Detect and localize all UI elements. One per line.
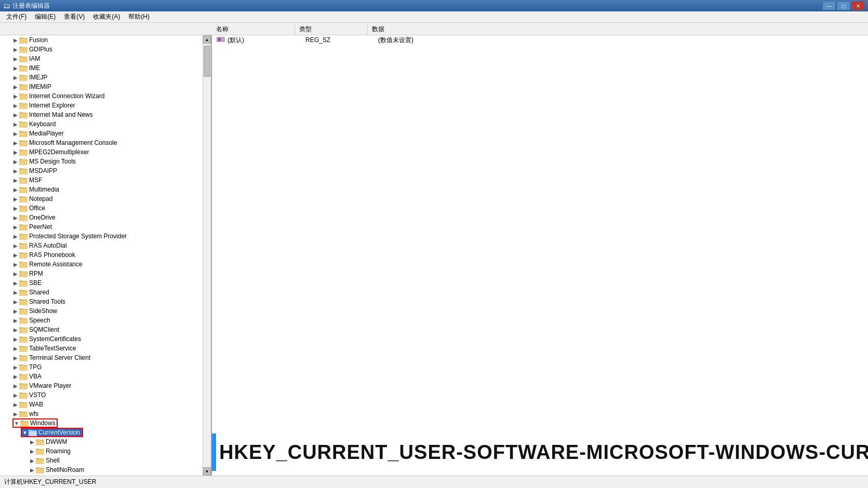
svg-rect-94 [19, 329, 28, 333]
svg-rect-32 [19, 131, 23, 132]
tree-item-mpeg2[interactable]: ▶ MPEG2Demultiplexer [0, 147, 211, 157]
tree-item-wab[interactable]: ▶ WAB [0, 400, 211, 409]
menu-help[interactable]: 帮助(H) [124, 11, 154, 22]
restore-button[interactable]: ◻ [837, 1, 850, 10]
expand-arrow: ▶ [12, 242, 19, 249]
tree-item-vba[interactable]: ▶ VBA [0, 372, 211, 381]
tree-item-label: GDIPlus [29, 46, 52, 53]
folder-open-icon [20, 419, 29, 427]
tree-item-fusion[interactable]: ▶ Fusion [0, 35, 211, 45]
tree-item-vmwareplayer[interactable]: ▶ VMware Player [0, 381, 211, 390]
tree-item-ime[interactable]: ▶ IME [0, 63, 211, 73]
close-button[interactable]: ✕ [851, 1, 865, 10]
svg-rect-125 [20, 421, 24, 422]
scrollbar-thumb[interactable] [204, 46, 210, 77]
expand-arrow: ▶ [12, 327, 19, 333]
svg-rect-106 [19, 366, 28, 371]
tree-scrollbar[interactable]: ▲ ▼ [203, 35, 211, 476]
tree-item-shellnoroam[interactable]: ▶ ShellNoRoam [0, 465, 211, 475]
svg-rect-98 [19, 336, 23, 338]
tree-item-label: MSDAIPP [29, 167, 57, 174]
scrollbar-down-button[interactable]: ▼ [203, 467, 211, 476]
folder-icon [19, 354, 28, 361]
tree-item-imejp[interactable]: ▶ IMEJP [0, 73, 211, 82]
tree-item-roaming[interactable]: ▶ Roaming [0, 446, 211, 456]
tree-item-windows[interactable]: ▼ Windows [0, 418, 211, 428]
tree-item-msdaipp[interactable]: ▶ MSDAIPP [0, 166, 211, 175]
expand-arrow: ▶ [12, 224, 19, 230]
svg-rect-7 [19, 58, 28, 62]
tree-item-msf[interactable]: ▶ MSF [0, 175, 211, 185]
tree-item-peernet[interactable]: ▶ PeerNet [0, 222, 211, 232]
menu-file[interactable]: 文件(F) [2, 11, 31, 22]
svg-rect-29 [19, 121, 23, 123]
tree-item-wfs[interactable]: ▶ wfs [0, 409, 211, 418]
tree-item-sideshow[interactable]: ▶ SideShow [0, 306, 211, 316]
tree-item-terminalserver[interactable]: ▶ Terminal Server Client [0, 353, 211, 362]
tree-item-iam[interactable]: ▶ IAM [0, 54, 211, 63]
tree-item-shell[interactable]: ▶ Shell [0, 456, 211, 465]
folder-icon [19, 55, 28, 62]
tree-item-psp[interactable]: ▶ Protected Storage System Provider [0, 232, 211, 241]
folder-icon [19, 242, 28, 249]
minimize-button[interactable]: — [822, 1, 836, 10]
expand-arrow: ▶ [12, 270, 19, 277]
tree-item-rasautodial[interactable]: ▶ RAS AutoDial [0, 241, 211, 250]
tree-item-onedrive[interactable]: ▶ OneDrive [0, 213, 211, 222]
status-text: 计算机\HKEY_CURRENT_USER [4, 478, 96, 486]
tree-item-msdesign[interactable]: ▶ MS Design Tools [0, 157, 211, 166]
tree-item-gdiplus[interactable]: ▶ GDIPlus [0, 45, 211, 54]
tree-item-icw[interactable]: ▶ Internet Connection Wizard [0, 91, 211, 101]
folder-icon [36, 438, 44, 445]
tree-item-notepad[interactable]: ▶ Notepad [0, 194, 211, 204]
expand-arrow: ▶ [12, 130, 19, 137]
tree-item-office[interactable]: ▶ Office [0, 204, 211, 213]
svg-rect-20 [19, 93, 23, 95]
svg-rect-124 [20, 422, 29, 427]
menu-edit[interactable]: 编辑(E) [31, 11, 60, 22]
tree-item-label: Remote Assistance [29, 261, 83, 268]
menu-view[interactable]: 查看(V) [60, 11, 89, 22]
tree-item-tpg[interactable]: ▶ TPG [0, 362, 211, 372]
folder-icon [19, 148, 28, 156]
menu-bar: 文件(F) 编辑(E) 查看(V) 收藏夹(A) 帮助(H) [0, 11, 868, 23]
svg-rect-38 [19, 150, 23, 151]
tree-item-sharedtools[interactable]: ▶ Shared Tools [0, 297, 211, 306]
svg-rect-107 [19, 364, 23, 366]
tree-item-sqmclient[interactable]: ▶ SQMClient [0, 325, 211, 334]
tree-item-syscerts[interactable]: ▶ SystemCertificates [0, 334, 211, 344]
expand-arrow: ▶ [12, 37, 19, 43]
folder-open-icon [29, 429, 37, 436]
tree-item-rasphonebook[interactable]: ▶ RAS Phonebook [0, 250, 211, 260]
tree-item-vsto[interactable]: ▶ VSTO [0, 390, 211, 400]
data-row-default[interactable]: (默认) REG_SZ (数值未设置) [212, 35, 868, 45]
tree-item-label: MPEG2Demultiplexer [29, 148, 89, 156]
expand-arrow: ▶ [12, 401, 19, 408]
svg-rect-110 [19, 374, 23, 375]
tree-item-multimedia[interactable]: ▶ Multimedia [0, 185, 211, 194]
menu-favorites[interactable]: 收藏夹(A) [89, 11, 124, 22]
big-path-container: HKEY_CURRENT_USER-SOFTWARE-MICROSOFT-WIN… [212, 429, 868, 476]
folder-icon [19, 214, 28, 221]
tree-item-tabletpc[interactable]: ▶ TabletPC [0, 475, 211, 476]
scrollbar-up-button[interactable]: ▲ [203, 35, 211, 44]
tree-item-dwwm[interactable]: ▶ DWWM [0, 437, 211, 446]
tree-item-currentversion-row[interactable]: ▼ CurrentVersion [0, 428, 211, 437]
registry-tree[interactable]: ▶ Fusion ▶ GDIPlus ▶ IAM ▶ IME [0, 35, 212, 476]
tree-item-keyboard[interactable]: ▶ Keyboard [0, 119, 211, 129]
svg-rect-50 [19, 187, 23, 188]
tree-item-mmc[interactable]: ▶ Microsoft Management Console [0, 138, 211, 147]
tree-item-ie[interactable]: ▶ Internet Explorer [0, 101, 211, 110]
tree-item-sbe[interactable]: ▶ SBE [0, 278, 211, 288]
tree-item-label: SBE [29, 279, 42, 287]
tree-item-remoteassist[interactable]: ▶ Remote Assistance [0, 260, 211, 269]
tree-item-shared[interactable]: ▶ Shared [0, 288, 211, 297]
tree-item-tabletextservice[interactable]: ▶ TableTextService [0, 344, 211, 353]
tree-item-speech[interactable]: ▶ Speech [0, 316, 211, 325]
svg-rect-64 [19, 235, 28, 240]
tree-item-imemip[interactable]: ▶ IMEMIP [0, 82, 211, 91]
tree-item-rpm[interactable]: ▶ RPM [0, 269, 211, 278]
tree-item-iman[interactable]: ▶ Internet Mail and News [0, 110, 211, 119]
svg-rect-88 [19, 310, 28, 315]
tree-item-mediaplayer[interactable]: ▶ MediaPlayer [0, 129, 211, 138]
